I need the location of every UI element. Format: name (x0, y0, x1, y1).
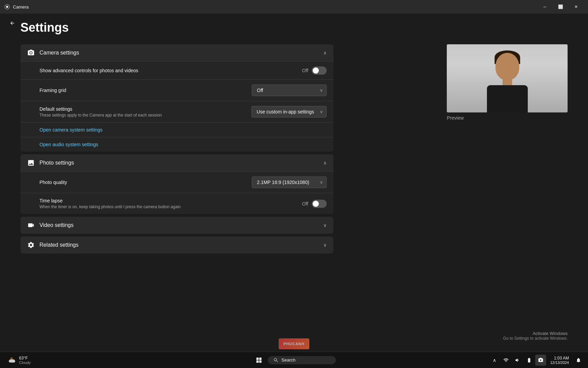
photo-quality-value: 2.1MP 16:9 (1920x1080) (257, 180, 309, 185)
time-lapse-toggle-label: Off (302, 201, 308, 206)
advanced-controls-toggle[interactable] (312, 66, 327, 75)
photo-quality-arrow: ∨ (320, 180, 323, 185)
framing-grid-dropdown[interactable]: Off ∨ (252, 85, 327, 96)
video-settings-chevron: ∨ (323, 223, 327, 228)
search-bar[interactable]: Search (268, 356, 336, 364)
photo-quality-row: Photo quality 2.1MP 16:9 (1920x1080) ∨ (20, 171, 333, 193)
preview-label: Preview (447, 115, 568, 121)
photo-settings-icon (27, 159, 35, 167)
svg-point-0 (6, 6, 8, 8)
open-camera-system-link[interactable]: Open camera system settings (39, 127, 102, 133)
camera-settings-section: Camera settings ∧ Show advanced controls… (20, 44, 333, 152)
advanced-controls-toggle-label: Off (302, 68, 308, 73)
network-icon[interactable] (501, 355, 511, 366)
time-lapse-label: Time lapse (39, 198, 302, 203)
framing-grid-label: Framing grid (39, 88, 252, 93)
default-settings-label: Default settings (39, 106, 251, 112)
framing-grid-value: Off (257, 88, 263, 93)
default-settings-dropdown[interactable]: Use custom in-app settings ∨ (251, 106, 327, 118)
weather-info: 63°F Cloudy (19, 356, 31, 365)
photo-quality-dropdown[interactable]: 2.1MP 16:9 (1920x1080) ∨ (252, 177, 327, 188)
clock-date: 12/13/2024 (550, 361, 569, 365)
time-lapse-toggle-container: Off (302, 200, 327, 208)
default-settings-value: Use custom in-app settings (257, 109, 314, 114)
person-neck (503, 78, 512, 85)
phucanh-logo: PHUCANH (279, 338, 309, 349)
weather-icon (7, 355, 16, 365)
battery-icon[interactable] (524, 355, 535, 366)
video-header-left: Video settings (27, 221, 74, 229)
activate-subtitle: Go to Settings to activate Windows. (503, 336, 568, 341)
audio-system-link-row: Open audio system settings (20, 137, 333, 152)
advanced-controls-row: Show advanced controls for photos and vi… (20, 61, 333, 79)
default-settings-arrow: ∨ (320, 109, 323, 114)
taskbar: 63°F Cloudy Search ∧ (0, 352, 588, 368)
photo-header-left: Photo settings (27, 159, 74, 167)
camera-taskbar-icon[interactable] (535, 355, 546, 366)
person-body (487, 85, 528, 112)
camera-settings-header[interactable]: Camera settings ∧ (20, 44, 333, 61)
related-settings-chevron: ∨ (323, 242, 327, 248)
time-lapse-left: Time lapse When the timer is on, keep ta… (39, 198, 302, 209)
volume-icon[interactable] (512, 355, 523, 366)
time-lapse-sublabel: When the timer is on, keep taking photos… (39, 204, 302, 209)
taskbar-left: 63°F Cloudy (4, 354, 33, 366)
main-content: Camera settings ∧ Show advanced controls… (20, 44, 333, 256)
title-bar-text: Camera (13, 4, 537, 10)
person-head (495, 53, 519, 80)
webcam-feed (447, 44, 568, 112)
clock-widget[interactable]: 1:03 AM 12/13/2024 (548, 355, 572, 365)
notification-bell[interactable] (573, 355, 584, 366)
photo-settings-section: Photo settings ∧ Photo quality 2.1MP 16:… (20, 154, 333, 214)
window-controls: ─ ⬜ ✕ (537, 0, 584, 14)
video-settings-icon (27, 221, 35, 229)
camera-settings-label: Camera settings (39, 50, 79, 56)
time-lapse-toggle[interactable] (312, 200, 327, 208)
taskbar-right: ∧ 1:03 AM (489, 355, 584, 366)
related-settings-label: Related settings (39, 242, 79, 248)
start-button[interactable] (252, 353, 266, 367)
photo-quality-label: Photo quality (39, 180, 252, 185)
weather-temp: 63°F (19, 356, 31, 361)
camera-settings-icon (27, 49, 35, 57)
page-title: Settings (20, 20, 69, 35)
app-icon (4, 4, 10, 10)
camera-settings-chevron: ∧ (323, 50, 327, 56)
title-bar: Camera ─ ⬜ ✕ (0, 0, 588, 14)
search-label: Search (281, 357, 295, 363)
section-header-left: Camera settings (27, 49, 79, 57)
system-tray: ∧ (489, 355, 546, 366)
taskbar-center: Search (252, 353, 336, 367)
related-settings-icon (27, 241, 35, 249)
close-button[interactable]: ✕ (568, 0, 584, 14)
activate-windows-notice: Activate Windows Go to Settings to activ… (503, 331, 568, 341)
advanced-controls-toggle-container: Off (302, 66, 327, 75)
default-settings-sublabel: These settings apply to the Camera app a… (39, 113, 251, 118)
photo-quality-left: Photo quality (39, 180, 252, 185)
time-lapse-row: Time lapse When the timer is on, keep ta… (20, 193, 333, 214)
tray-chevron[interactable]: ∧ (489, 355, 500, 366)
framing-grid-left: Framing grid (39, 88, 252, 93)
photo-settings-header[interactable]: Photo settings ∧ (20, 154, 333, 171)
default-settings-row: Default settings These settings apply to… (20, 101, 333, 122)
related-settings-header[interactable]: Related settings ∨ (20, 236, 333, 254)
related-header-left: Related settings (27, 241, 79, 249)
related-settings-section: Related settings ∨ (20, 236, 333, 254)
default-settings-left: Default settings These settings apply to… (39, 106, 251, 118)
open-audio-system-link[interactable]: Open audio system settings (39, 142, 98, 147)
framing-grid-arrow: ∨ (320, 88, 323, 93)
photo-settings-chevron: ∧ (323, 160, 327, 166)
weather-widget[interactable]: 63°F Cloudy (4, 354, 33, 366)
back-button[interactable] (7, 18, 18, 29)
advanced-controls-left: Show advanced controls for photos and vi… (39, 68, 302, 73)
advanced-controls-label: Show advanced controls for photos and vi… (39, 68, 302, 73)
video-settings-header[interactable]: Video settings ∨ (20, 217, 333, 234)
activate-title: Activate Windows (503, 331, 568, 336)
camera-system-link-row: Open camera system settings (20, 122, 333, 137)
minimize-button[interactable]: ─ (537, 0, 553, 14)
preview-image (447, 44, 568, 112)
weather-condition: Cloudy (19, 361, 31, 365)
photo-settings-label: Photo settings (39, 160, 74, 166)
maximize-button[interactable]: ⬜ (553, 0, 568, 14)
video-settings-section: Video settings ∨ (20, 217, 333, 234)
